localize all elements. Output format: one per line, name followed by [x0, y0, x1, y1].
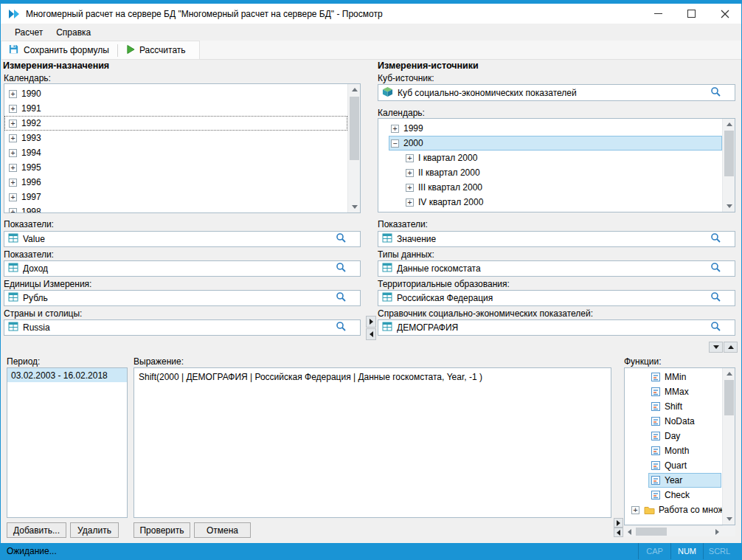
tree-item[interactable]: 1992: [4, 116, 347, 131]
scroll-thumb[interactable]: [724, 380, 734, 415]
expand-icon[interactable]: [9, 120, 17, 128]
expand-icon[interactable]: [631, 506, 639, 514]
scroll-thumb[interactable]: [350, 97, 359, 160]
search-icon[interactable]: [336, 291, 347, 305]
scroll-thumb[interactable]: [724, 131, 734, 176]
menu-item-help[interactable]: Справка: [49, 25, 97, 40]
scroll-down-button[interactable]: [348, 201, 361, 212]
vertical-scrollbar[interactable]: [722, 368, 735, 525]
dimension-combo-value[interactable]: Value: [4, 231, 361, 247]
tree-item[interactable]: 1996: [4, 175, 347, 190]
splitter-collapse-down-button[interactable]: [709, 342, 723, 353]
vertical-scrollbar[interactable]: [347, 84, 360, 212]
expand-icon[interactable]: [9, 149, 17, 157]
search-icon[interactable]: [710, 262, 721, 275]
calculate-button[interactable]: Рассчитать: [119, 42, 193, 58]
dimension-combo-territorii[interactable]: Российская Федерация: [378, 290, 735, 306]
expand-icon[interactable]: [9, 105, 17, 113]
tree-item[interactable]: IV квартал 2000: [378, 195, 722, 210]
expand-icon[interactable]: [9, 134, 17, 142]
tree-item[interactable]: 1995: [4, 160, 347, 175]
delete-button[interactable]: Удалить: [70, 522, 119, 538]
add-button[interactable]: Добавить...: [7, 522, 66, 538]
expand-icon[interactable]: [9, 179, 17, 187]
cube-source-combo[interactable]: Куб социально-экономических показателей: [378, 84, 735, 101]
search-icon[interactable]: [336, 321, 347, 334]
period-item[interactable]: 03.02.2003 - 16.02.2018: [7, 368, 127, 382]
vertical-scrollbar[interactable]: [722, 119, 735, 212]
expand-icon[interactable]: [9, 90, 17, 98]
splitter-expand-right-button[interactable]: [614, 518, 623, 528]
function-label: Quart: [665, 460, 687, 471]
scroll-down-button[interactable]: [723, 201, 735, 212]
tree-item[interactable]: II квартал 2000: [378, 165, 722, 180]
splitter-expand-right-button[interactable]: [366, 316, 376, 328]
scroll-left-button[interactable]: [624, 526, 635, 537]
expand-icon[interactable]: [9, 208, 17, 214]
scroll-up-button[interactable]: [723, 119, 735, 130]
expand-icon[interactable]: [406, 169, 414, 177]
tree-item[interactable]: 2000: [378, 136, 722, 151]
status-text: Ожидание...: [7, 546, 57, 556]
dimension-combo-znachenie[interactable]: Значение: [378, 231, 735, 247]
expand-icon[interactable]: [9, 193, 17, 201]
search-icon[interactable]: [710, 291, 721, 305]
tree-item[interactable]: 1993: [4, 131, 347, 145]
functions-folder-item[interactable]: Работа со множес: [625, 502, 722, 517]
function-item[interactable]: Quart: [625, 458, 722, 473]
dimension-combo-dokhod[interactable]: Доход: [4, 260, 361, 277]
expand-icon[interactable]: [391, 125, 399, 133]
expand-icon[interactable]: [391, 139, 399, 148]
scroll-up-button[interactable]: [348, 84, 361, 95]
splitter-collapse-up-button[interactable]: [724, 342, 738, 353]
dimension-combo-spravochnik[interactable]: ДЕМОГРАФИЯ: [378, 319, 735, 336]
tree-item[interactable]: 1991: [4, 101, 347, 116]
tree-item[interactable]: 1998: [4, 204, 347, 213]
expand-icon[interactable]: [9, 164, 17, 172]
function-item[interactable]: Day: [625, 429, 722, 443]
tree-item[interactable]: III квартал 2000: [378, 180, 722, 195]
menu-item-calculation[interactable]: Расчет: [8, 25, 49, 40]
app-icon: [8, 9, 20, 19]
check-button[interactable]: Проверить: [134, 522, 190, 538]
scroll-up-button[interactable]: [723, 368, 735, 379]
function-item[interactable]: MMax: [625, 384, 722, 399]
horizontal-scrollbar[interactable]: [624, 525, 723, 536]
expand-icon[interactable]: [406, 198, 414, 207]
tree-item[interactable]: 1994: [4, 145, 347, 160]
function-item[interactable]: Year: [625, 473, 722, 488]
expand-icon[interactable]: [406, 154, 414, 162]
tree-item[interactable]: 1999: [378, 121, 722, 136]
splitter-expand-left-button[interactable]: [366, 328, 376, 340]
function-item[interactable]: NoData: [625, 414, 722, 429]
close-button[interactable]: [708, 4, 741, 24]
dimension-combo-tipy-dannykh[interactable]: Данные госкомстата: [378, 260, 735, 277]
splitter-expand-left-button[interactable]: [614, 528, 623, 537]
dimension-combo-russia[interactable]: Russia: [4, 319, 361, 336]
tree-item-label: II квартал 2000: [418, 167, 480, 178]
tree-item-label: 1995: [21, 162, 41, 173]
search-icon[interactable]: [336, 262, 347, 275]
function-item[interactable]: Month: [625, 443, 722, 458]
search-icon[interactable]: [710, 86, 721, 100]
function-item[interactable]: Check: [625, 488, 722, 502]
expression-editor[interactable]: Shift(2000 | ДЕМОГРАФИЯ | Российская Фед…: [134, 367, 611, 518]
tree-item[interactable]: 1997: [4, 190, 347, 204]
cancel-button[interactable]: Отмена: [194, 522, 251, 538]
search-icon[interactable]: [710, 232, 721, 246]
function-item[interactable]: Shift: [625, 399, 722, 414]
search-icon[interactable]: [710, 321, 721, 334]
function-label: Day: [665, 431, 680, 441]
scroll-right-button[interactable]: [712, 526, 723, 537]
expand-icon[interactable]: [406, 184, 414, 192]
save-formulas-button[interactable]: Сохранить формулы: [1, 42, 116, 58]
tree-item[interactable]: I квартал 2000: [378, 151, 722, 165]
scroll-down-button[interactable]: [723, 514, 735, 525]
function-item[interactable]: MMin: [625, 370, 722, 384]
maximize-button[interactable]: [675, 4, 708, 24]
search-icon[interactable]: [336, 232, 347, 246]
minimize-button[interactable]: [642, 4, 675, 24]
tree-item[interactable]: 1990: [4, 86, 347, 101]
scroll-thumb[interactable]: [636, 528, 667, 536]
dimension-combo-rubl[interactable]: Рубль: [4, 290, 361, 306]
